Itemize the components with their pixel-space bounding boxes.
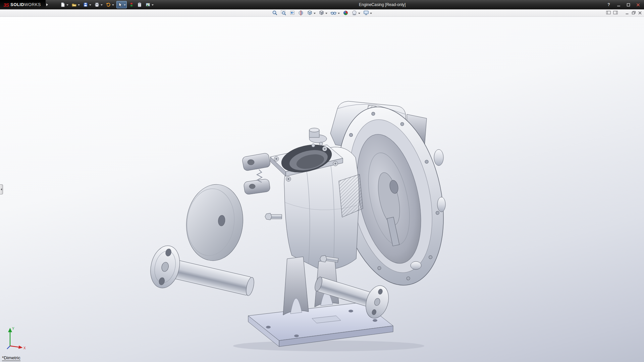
view-orientation-label: *Dimetric xyxy=(2,355,20,361)
restore-icon xyxy=(632,11,636,15)
display-style-cube-icon xyxy=(319,10,324,16)
dropdown-caret-icon[interactable] xyxy=(101,4,103,6)
document-restore-button[interactable] xyxy=(632,10,636,16)
y-axis-label: Y xyxy=(12,327,14,330)
minimize-icon xyxy=(625,11,629,15)
dropdown-caret-icon[interactable] xyxy=(314,13,316,14)
maximize-icon xyxy=(627,3,630,7)
dropdown-caret-icon[interactable] xyxy=(152,4,154,6)
main-toolbar xyxy=(59,1,154,8)
side-pin-part xyxy=(265,213,282,220)
section-view-button[interactable] xyxy=(298,10,304,16)
previous-view-button[interactable] xyxy=(289,10,296,16)
view-settings-icon xyxy=(363,10,369,16)
options-image-button[interactable] xyxy=(145,1,154,8)
bracket-part xyxy=(242,153,271,195)
window-title: EngineCasing [Read-only] xyxy=(359,0,406,9)
dropdown-caret-icon[interactable] xyxy=(325,13,327,14)
x-axis-label: X xyxy=(23,346,26,350)
appearance-sphere-icon xyxy=(343,10,348,16)
color-swatch-button[interactable] xyxy=(128,1,135,8)
eyeglasses-icon xyxy=(330,10,337,16)
close-icon xyxy=(638,11,642,15)
engine-casing-model[interactable] xyxy=(0,9,644,362)
document-minimize-button[interactable] xyxy=(625,10,629,16)
minimize-icon xyxy=(617,3,621,7)
feature-manager-collapsed-tab[interactable] xyxy=(0,184,3,194)
z-axis xyxy=(7,346,10,349)
title-bar: 3S SOLIDWORKS xyxy=(0,0,644,9)
display-style-button[interactable] xyxy=(318,10,328,16)
dropdown-caret-icon[interactable] xyxy=(124,4,126,6)
select-tool-button[interactable] xyxy=(116,1,127,8)
brand-light: WORKS xyxy=(24,2,41,7)
options-image-icon xyxy=(145,2,151,7)
previous-view-icon xyxy=(289,10,295,16)
solidworks-logo[interactable]: 3S SOLIDWORKS xyxy=(0,0,46,9)
heads-up-view-toolbar xyxy=(272,10,372,16)
print-icon xyxy=(94,2,100,7)
pane-left-button[interactable] xyxy=(606,10,611,16)
clipboard-button[interactable] xyxy=(136,1,143,8)
close-button[interactable] xyxy=(635,2,641,7)
dropdown-caret-icon[interactable] xyxy=(358,13,360,14)
view-settings-button[interactable] xyxy=(363,10,372,16)
x-axis-arrowhead-icon xyxy=(18,346,23,350)
undo-icon xyxy=(106,2,111,7)
left-disc-part xyxy=(183,182,247,263)
section-view-icon xyxy=(298,10,304,16)
color-swatch-icon xyxy=(129,2,134,7)
dropdown-caret-icon[interactable] xyxy=(89,4,91,6)
heads-up-band xyxy=(0,9,644,17)
new-document-button[interactable] xyxy=(59,1,69,8)
help-button[interactable]: ? xyxy=(606,2,611,7)
zoom-to-area-button[interactable] xyxy=(280,10,287,16)
print-button[interactable] xyxy=(94,1,103,8)
zoom-to-fit-button[interactable] xyxy=(272,10,278,16)
undo-button[interactable] xyxy=(105,1,115,8)
housing-tab xyxy=(437,197,445,212)
dropdown-caret-icon[interactable] xyxy=(370,13,372,14)
dropdown-caret-icon[interactable] xyxy=(78,4,80,6)
close-icon xyxy=(636,3,640,7)
view-orientation-cube-icon xyxy=(307,10,313,16)
clipboard-icon xyxy=(137,2,142,7)
zoom-to-fit-icon xyxy=(272,10,278,16)
dropdown-caret-icon[interactable] xyxy=(338,13,340,14)
brand-bold: SOLID xyxy=(10,2,24,7)
graphics-area[interactable]: Y X *Dimetric xyxy=(0,9,644,362)
pane-left-icon xyxy=(606,10,611,15)
document-close-button[interactable] xyxy=(638,10,642,16)
3ds-logo-icon: 3S xyxy=(3,2,9,8)
collapse-arrow-icon xyxy=(1,188,2,190)
maximize-button[interactable] xyxy=(626,2,631,7)
reference-triad: Y X xyxy=(3,325,28,353)
dropdown-caret-icon[interactable] xyxy=(66,4,68,6)
save-button[interactable] xyxy=(82,1,92,8)
solidworks-window: 3S SOLIDWORKS xyxy=(0,0,644,362)
pane-right-button[interactable] xyxy=(613,10,618,16)
minimize-button[interactable] xyxy=(616,2,621,7)
select-cursor-icon xyxy=(117,2,123,7)
save-icon xyxy=(83,2,88,7)
open-folder-icon xyxy=(71,2,77,7)
y-axis-arrowhead-icon xyxy=(8,328,12,332)
housing-tab xyxy=(434,149,443,166)
pane-right-icon xyxy=(613,10,618,15)
dropdown-caret-icon[interactable] xyxy=(112,4,114,6)
menu-expand-arrow-icon[interactable] xyxy=(46,3,48,6)
edit-appearance-button[interactable] xyxy=(342,10,349,16)
view-orientation-button[interactable] xyxy=(307,10,316,16)
document-window-controls xyxy=(606,10,642,16)
x-axis xyxy=(10,344,23,349)
new-document-icon xyxy=(60,2,65,7)
brand-wordmark: SOLIDWORKS xyxy=(10,2,41,7)
scene-sphere-icon xyxy=(352,10,357,16)
zoom-to-area-icon xyxy=(281,10,286,16)
apply-scene-button[interactable] xyxy=(351,10,361,16)
open-button[interactable] xyxy=(71,1,80,8)
window-controls: ? xyxy=(606,0,641,9)
hide-show-items-button[interactable] xyxy=(330,10,340,16)
housing-tab xyxy=(411,261,421,269)
